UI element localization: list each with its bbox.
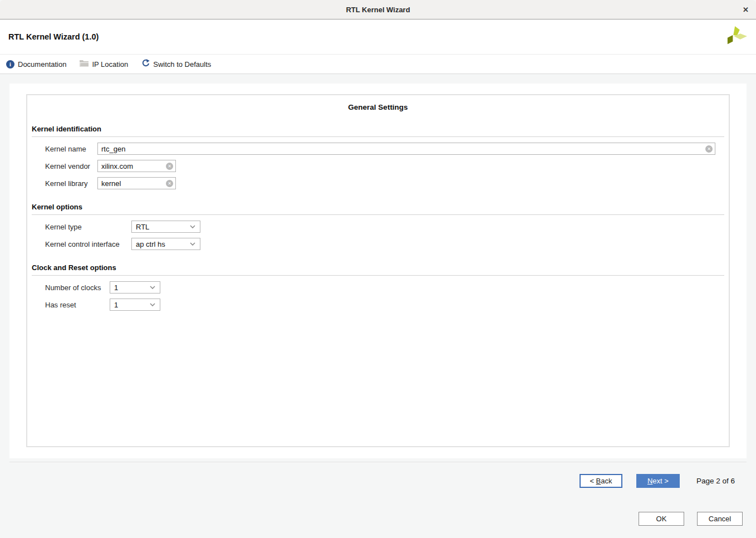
folder-icon <box>80 60 89 69</box>
page-indicator: Page 2 of 6 <box>696 477 735 485</box>
section-kernel-options: Kernel options Kernel type RTL Kernel co… <box>32 203 724 250</box>
section-heading: Clock and Reset options <box>32 263 724 276</box>
clear-icon[interactable]: ✕ <box>166 163 173 170</box>
number-of-clocks-row: Number of clocks 1 <box>45 281 715 294</box>
chevron-down-icon <box>190 242 195 246</box>
ip-location-button[interactable]: IP Location <box>80 60 128 69</box>
switch-to-defaults-button[interactable]: Switch to Defaults <box>141 59 211 69</box>
close-icon[interactable]: ✕ <box>743 6 749 13</box>
wizard-nav: < Back Next > Page 2 of 6 <box>0 474 735 488</box>
section-heading: Kernel identification <box>32 125 724 137</box>
documentation-button[interactable]: i Documentation <box>6 60 66 69</box>
kernel-vendor-row: Kernel vendor ✕ <box>45 160 715 172</box>
toolbar: i Documentation IP Location Switch to De… <box>0 55 756 74</box>
number-of-clocks-label: Number of clocks <box>45 283 110 292</box>
chevron-down-icon <box>190 225 195 228</box>
has-reset-select[interactable]: 1 <box>110 299 160 311</box>
kernel-control-interface-row: Kernel control interface ap ctrl hs <box>45 238 715 250</box>
clear-icon[interactable]: ✕ <box>705 145 713 153</box>
next-button[interactable]: Next > <box>636 474 680 488</box>
info-icon: i <box>6 60 14 69</box>
kernel-library-row: Kernel library ✕ <box>45 177 715 189</box>
footer-divider <box>9 462 747 462</box>
section-heading: Kernel options <box>32 203 724 215</box>
kernel-control-interface-value: ap ctrl hs <box>136 240 165 248</box>
kernel-control-interface-select[interactable]: ap ctrl hs <box>131 238 200 250</box>
content-area: General Settings Kernel identification K… <box>9 84 747 458</box>
general-settings-panel: General Settings Kernel identification K… <box>26 94 730 447</box>
kernel-name-row: Kernel name ✕ <box>45 143 715 155</box>
has-reset-row: Has reset 1 <box>45 299 715 311</box>
kernel-vendor-label: Kernel vendor <box>45 162 97 170</box>
number-of-clocks-value: 1 <box>114 283 118 292</box>
kernel-type-value: RTL <box>136 223 149 231</box>
kernel-name-input[interactable] <box>97 143 715 155</box>
has-reset-value: 1 <box>114 301 118 309</box>
switch-to-defaults-label: Switch to Defaults <box>153 60 211 69</box>
documentation-label: Documentation <box>18 60 66 69</box>
xilinx-logo-icon <box>726 25 747 48</box>
page-title: General Settings <box>32 103 724 111</box>
ok-button[interactable]: OK <box>639 512 684 526</box>
clear-icon[interactable]: ✕ <box>166 180 173 187</box>
chevron-down-icon <box>150 286 155 289</box>
kernel-library-input[interactable] <box>97 177 176 189</box>
wizard-title: RTL Kernel Wizard (1.0) <box>8 32 99 41</box>
kernel-vendor-input[interactable] <box>97 160 176 172</box>
has-reset-label: Has reset <box>45 301 110 309</box>
kernel-control-interface-label: Kernel control interface <box>45 240 131 248</box>
cancel-button[interactable]: Cancel <box>697 512 743 526</box>
back-button[interactable]: < Back <box>580 474 622 488</box>
section-kernel-identification: Kernel identification Kernel name ✕ Kern… <box>32 125 724 189</box>
kernel-library-label: Kernel library <box>45 179 97 188</box>
kernel-type-row: Kernel type RTL <box>45 221 715 233</box>
ip-location-label: IP Location <box>92 60 128 69</box>
dialog-actions: OK Cancel <box>0 512 743 526</box>
section-clock-reset-options: Clock and Reset options Number of clocks… <box>32 263 724 311</box>
wizard-header: RTL Kernel Wizard (1.0) <box>0 19 756 55</box>
window-title: RTL Kernel Wizard <box>346 6 410 14</box>
number-of-clocks-select[interactable]: 1 <box>110 281 160 294</box>
kernel-type-label: Kernel type <box>45 223 131 231</box>
kernel-type-select[interactable]: RTL <box>131 221 200 233</box>
refresh-icon <box>141 59 150 69</box>
window-titlebar: RTL Kernel Wizard ✕ <box>0 0 756 19</box>
kernel-name-label: Kernel name <box>45 145 97 153</box>
chevron-down-icon <box>150 303 155 306</box>
